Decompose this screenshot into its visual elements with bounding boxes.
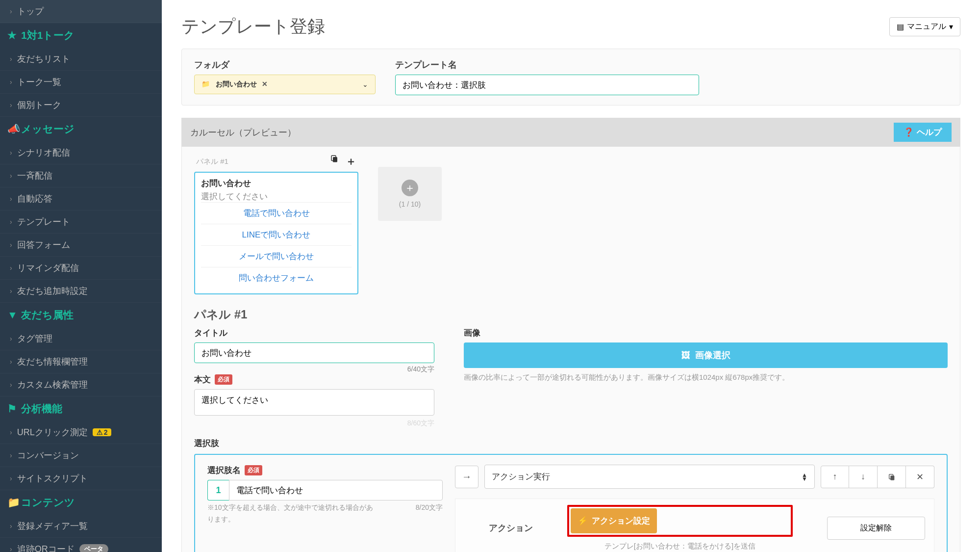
sidebar-label: 友だちリスト (17, 53, 70, 65)
sidebar-item-media-list[interactable]: ›登録メディア一覧 (0, 515, 162, 538)
sidebar-label: 一斉配信 (17, 170, 52, 182)
sidebar-label: 登録メディア一覧 (17, 520, 88, 532)
sidebar-item-template[interactable]: ›テンプレート (0, 210, 162, 234)
move-down-button[interactable]: ↓ (849, 466, 878, 488)
panel-body-input[interactable] (194, 389, 434, 416)
sidebar-item-friend-add-setting[interactable]: ›友だち追加時設定 (0, 280, 162, 303)
sidebar-item-talk-list[interactable]: ›トーク一覧 (0, 71, 162, 94)
sidebar-label: テンプレート (17, 216, 70, 228)
sidebar-item-top[interactable]: ›トップ (0, 0, 162, 23)
sidebar-label: 追跡QRコード (17, 543, 75, 552)
choice-count: 8/20文字 (416, 503, 443, 512)
sidebar-item-friend-info-mgmt[interactable]: ›友だち情報欄管理 (0, 350, 162, 373)
copy-button[interactable] (878, 466, 906, 488)
select-arrows-icon: ▲▼ (802, 473, 807, 481)
title-label: タイトル (194, 327, 434, 339)
required-badge: 必須 (215, 374, 232, 385)
sidebar-item-url-click[interactable]: ›URLクリック測定⚠2 (0, 421, 162, 444)
card-option[interactable]: メールで問い合わせ (201, 245, 352, 267)
lightning-icon: ⚡ (578, 516, 588, 526)
star-icon: ★ (7, 29, 16, 41)
clear-settings-button[interactable]: 設定解除 (827, 517, 925, 540)
folder-clear-icon[interactable]: ✕ (262, 80, 268, 88)
choice-number: 1 (207, 480, 229, 500)
panel-editor: パネル #1 タイトル 6/40文字 本文 必須 8/60文字 (194, 307, 948, 428)
beta-badge: ベータ (79, 544, 108, 552)
manual-button[interactable]: ▤ マニュアル ▾ (889, 17, 960, 36)
sidebar-section-talk[interactable]: ★1対1トーク (0, 23, 162, 48)
sidebar: ›トップ ★1対1トーク ›友だちリスト ›トーク一覧 ›個別トーク 📣メッセー… (0, 0, 162, 552)
card-option[interactable]: 電話で問い合わせ (201, 202, 352, 224)
page-title: テンプレート登録 (181, 15, 325, 39)
svg-rect-1 (333, 157, 337, 162)
megaphone-icon: 📣 (7, 123, 16, 135)
sidebar-label: タグ管理 (17, 333, 52, 344)
required-badge: 必須 (245, 465, 262, 475)
sidebar-item-qr-code[interactable]: ›追跡QRコードベータ (0, 538, 162, 552)
template-name-label: テンプレート名 (395, 59, 699, 71)
action-desc: テンプレ[お問い合わせ：電話をかける]を送信 (604, 542, 755, 551)
sidebar-section-friend-attr[interactable]: ▼友だち属性 (0, 303, 162, 327)
sidebar-section-contents[interactable]: 📁コンテンツ (0, 490, 162, 515)
choice-controls: ↑ ↓ ✕ (821, 466, 934, 488)
image-btn-label: 画像選択 (695, 349, 730, 361)
question-icon: ❓ (904, 127, 914, 137)
carousel-panel-card[interactable]: お問い合わせ 選択してください 電話で問い合わせ LINEで問い合わせ メールで… (194, 172, 358, 294)
body-char-count: 8/60文字 (194, 419, 434, 428)
choice-note-cont: ります。 (207, 515, 443, 524)
folder-label: フォルダ (194, 59, 376, 71)
sidebar-label: サイトスクリプト (17, 473, 88, 484)
choice-section-label: 選択肢 (194, 438, 948, 449)
sidebar-label: 分析機能 (21, 402, 62, 416)
template-name-input[interactable] (395, 75, 699, 95)
image-select-button[interactable]: 🖼 画像選択 (464, 342, 948, 368)
delete-button[interactable]: ✕ (906, 466, 934, 488)
panel-counter: (1 / 10) (399, 200, 421, 208)
sidebar-item-tag-mgmt[interactable]: ›タグ管理 (0, 327, 162, 350)
help-button[interactable]: ❓ ヘルプ (894, 123, 952, 142)
sidebar-label: 自動応答 (17, 193, 52, 205)
copy-icon[interactable] (330, 154, 339, 169)
arrow-right-icon: → (455, 466, 478, 488)
add-panel-button[interactable]: ＋ (1 / 10) (378, 167, 442, 221)
choice-text-input[interactable] (229, 480, 443, 500)
choice-note: ※10文字を超える場合、文が途中で途切れる場合があ (207, 503, 373, 512)
sidebar-label: コンテンツ (21, 496, 75, 509)
manual-label: マニュアル (907, 22, 946, 32)
chevron-down-icon: ⌄ (362, 80, 368, 88)
action-label: アクション (464, 522, 533, 534)
warning-badge: ⚠2 (93, 428, 112, 436)
sidebar-section-analytics[interactable]: ⚑分析機能 (0, 396, 162, 421)
caret-down-icon: ▾ (949, 22, 953, 31)
title-char-count: 6/40文字 (194, 365, 434, 374)
template-meta-panel: フォルダ 📁 お問い合わせ ✕ ⌄ テンプレート名 (181, 49, 960, 105)
sidebar-label: メッセージ (21, 122, 75, 136)
sidebar-item-custom-search[interactable]: ›カスタム検索管理 (0, 373, 162, 396)
panel-editor-title: パネル #1 (194, 307, 948, 322)
action-settings-button[interactable]: ⚡ アクション設定 (571, 508, 657, 533)
sidebar-item-answer-form[interactable]: ›回答フォーム (0, 234, 162, 257)
sidebar-item-individual-talk[interactable]: ›個別トーク (0, 94, 162, 117)
image-label: 画像 (464, 327, 948, 339)
sidebar-item-site-script[interactable]: ›サイトスクリプト (0, 467, 162, 490)
card-option[interactable]: 問い合わせフォーム (201, 267, 352, 289)
card-option[interactable]: LINEで問い合わせ (201, 224, 352, 245)
sidebar-item-broadcast[interactable]: ›一斉配信 (0, 164, 162, 187)
sidebar-item-conversion[interactable]: ›コンバージョン (0, 444, 162, 467)
plus-icon[interactable]: ＋ (346, 154, 356, 169)
folder-icon: 📁 (201, 80, 210, 88)
action-type-select[interactable]: アクション実行 ▲▼ (484, 465, 815, 489)
sidebar-label: 個別トーク (17, 99, 61, 111)
sidebar-section-message[interactable]: 📣メッセージ (0, 117, 162, 141)
sidebar-label: トップ (17, 5, 44, 17)
sidebar-item-reminder[interactable]: ›リマインダ配信 (0, 257, 162, 280)
sidebar-item-auto-reply[interactable]: ›自動応答 (0, 187, 162, 210)
sidebar-item-friend-list[interactable]: ›友だちリスト (0, 48, 162, 71)
sidebar-item-scenario[interactable]: ›シナリオ配信 (0, 141, 162, 164)
move-up-button[interactable]: ↑ (821, 466, 849, 488)
sidebar-label: シナリオ配信 (17, 147, 70, 158)
folder-select[interactable]: 📁 お問い合わせ ✕ ⌄ (194, 75, 376, 94)
sidebar-label: カスタム検索管理 (17, 379, 88, 391)
panel-title-input[interactable] (194, 342, 434, 363)
sidebar-label: URLクリック測定 (17, 426, 88, 438)
